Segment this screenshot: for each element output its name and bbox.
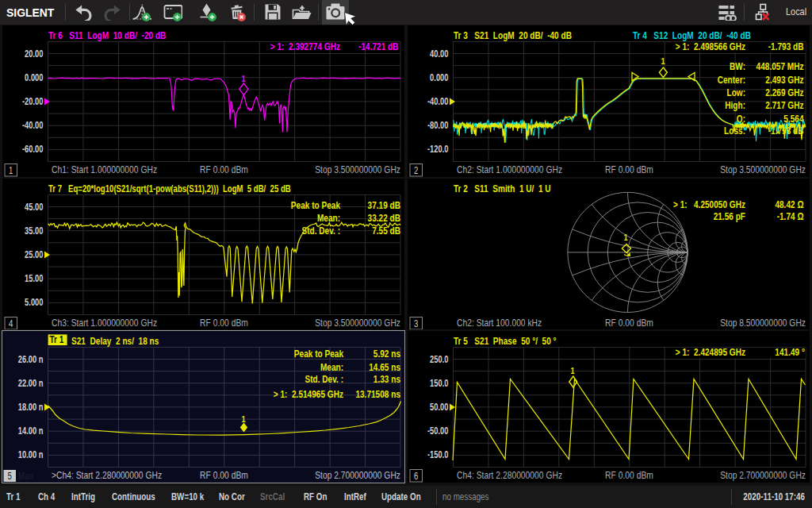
svg-text:BW:: BW: (730, 61, 745, 71)
svg-text:1.33 ns: 1.33 ns (373, 374, 400, 384)
svg-text:RF 0.00 dBm: RF 0.00 dBm (200, 165, 248, 175)
svg-text:IntRef: IntRef (344, 491, 366, 502)
svg-text:50.00: 50.00 (430, 402, 448, 412)
svg-text:-20.00: -20.00 (22, 96, 44, 106)
svg-text:SrcCal: SrcCal (260, 491, 285, 502)
svg-text:Tr 4 S12 LogM 20 dB/ -40: Tr 4 S12 LogM 20 dB/ -40 dB (633, 30, 751, 40)
svg-text:Local: Local (786, 6, 806, 17)
svg-text:250.0: 250.0 (430, 353, 448, 364)
svg-text:14.65 ns: 14.65 ns (369, 362, 400, 372)
svg-text:Tr 1: Tr 1 (6, 491, 21, 502)
svg-text:Tr 2 S11 Smith 1 U/ 1 U: Tr 2 S11 Smith 1 U/ 1 U (454, 183, 551, 194)
svg-text:35.00: 35.00 (25, 225, 43, 236)
svg-text:Peak to Peak: Peak to Peak (291, 200, 341, 210)
svg-text:150.0: 150.0 (430, 378, 448, 388)
svg-text:6: 6 (414, 471, 418, 481)
svg-text:Tr 6 S11 LogM 10 dB/ -20: Tr 6 S11 LogM 10 dB/ -20 dB (48, 30, 166, 40)
svg-text:> 1: 4.250050 GHz: > 1: 4.250050 GHz (673, 199, 745, 210)
svg-text:48.42 Ω: 48.42 Ω (775, 199, 803, 210)
svg-text:13.71508 ns: 13.71508 ns (355, 389, 400, 399)
svg-text:-50.00: -50.00 (427, 425, 449, 436)
svg-text:High:: High: (725, 101, 745, 111)
svg-text:Stop 8.500000000 GHz: Stop 8.500000000 GHz (720, 318, 806, 329)
svg-text:0.000: 0.000 (25, 72, 43, 83)
svg-text:40.00: 40.00 (430, 48, 448, 58)
svg-text:Peak to Peak: Peak to Peak (294, 349, 344, 360)
svg-text:-1.74 Ω: -1.74 Ω (777, 211, 804, 221)
svg-text:5: 5 (8, 471, 12, 481)
svg-text:Ch1: Start 1.000000000 GHz: Ch1: Start 1.000000000 GHz (52, 165, 157, 175)
svg-text:-40.00: -40.00 (427, 96, 449, 106)
svg-text:Center:: Center: (718, 75, 745, 85)
svg-text:37.19 dB: 37.19 dB (368, 200, 400, 210)
svg-text:4: 4 (9, 318, 13, 329)
svg-text:45.00: 45.00 (25, 201, 43, 211)
svg-text:25.00: 25.00 (25, 249, 43, 260)
svg-text:18.00 n: 18.00 n (18, 402, 44, 412)
svg-text:20.00: 20.00 (25, 48, 43, 58)
svg-text:Ch 4: Ch 4 (38, 491, 56, 502)
svg-text:>Ch4: Start 2.280000000 GHz: >Ch4: Start 2.280000000 GHz (52, 471, 162, 481)
svg-text:Tr 5 S21 Phase 50 °/ 50 °: Tr 5 S21 Phase 50 °/ 50 ° (454, 336, 557, 346)
svg-text:Ch3: Start 1.000000000 GHz: Ch3: Start 1.000000000 GHz (52, 318, 157, 329)
svg-text:BW=10 k: BW=10 k (171, 491, 205, 502)
svg-text:Mean:: Mean: (317, 213, 340, 223)
svg-text:S21 Delay 2 ns/ 18 ns: S21 Delay 2 ns/ 18 ns (71, 336, 159, 346)
svg-text:15.00: 15.00 (25, 273, 43, 283)
svg-text:141.49 °: 141.49 ° (775, 347, 805, 357)
svg-text:2020-11-10 17:46: 2020-11-10 17:46 (743, 491, 805, 502)
svg-text:IntTrig: IntTrig (71, 491, 95, 502)
svg-text:5.564: 5.564 (783, 114, 804, 124)
svg-text:448.057 MHz: 448.057 MHz (756, 61, 804, 71)
svg-text:RF 0.00 dBm: RF 0.00 dBm (200, 471, 248, 481)
svg-text:22.00 n: 22.00 n (18, 378, 44, 388)
svg-text:> 1: 2.498566 GHz: > 1: 2.498566 GHz (676, 41, 746, 52)
svg-text:Stop 3.500000000 GHz: Stop 3.500000000 GHz (315, 165, 400, 175)
svg-text:1: 1 (241, 414, 245, 424)
svg-text:21.56 pF: 21.56 pF (714, 211, 746, 221)
svg-text:RF 0.00 dBm: RF 0.00 dBm (605, 165, 653, 175)
svg-text:2: 2 (414, 165, 418, 175)
svg-text:RF On: RF On (304, 491, 327, 502)
svg-text:2.269 GHz: 2.269 GHz (765, 87, 804, 98)
svg-text:26.00 n: 26.00 n (18, 353, 44, 364)
svg-text:1: 1 (241, 74, 245, 83)
svg-text:7.55 dB: 7.55 dB (372, 225, 400, 236)
svg-text:Mean:: Mean: (320, 362, 343, 372)
svg-text:Ch4: Start 2.280000000 GHz: Ch4: Start 2.280000000 GHz (457, 471, 562, 481)
svg-text:RF 0.00 dBm: RF 0.00 dBm (605, 471, 653, 481)
svg-text:Stop 2.700000000 GHz: Stop 2.700000000 GHz (315, 471, 400, 481)
svg-text:SIGLENT: SIGLENT (6, 6, 55, 20)
svg-text:Stop 3.500000000 GHz: Stop 3.500000000 GHz (315, 318, 400, 329)
svg-text:5.000: 5.000 (25, 297, 43, 307)
svg-text:Continuous: Continuous (112, 491, 155, 502)
svg-text:Tr 7 Eq=20*log10(S21/sqrt(1-: Tr 7 Eq=20*log10(S21/sqrt(1-pow(abs(S11)… (48, 183, 291, 193)
svg-text:Ch2: Start 1.000000000 GHz: Ch2: Start 1.000000000 GHz (457, 165, 562, 175)
svg-text:Std. Dev. :: Std. Dev. : (301, 225, 340, 236)
svg-text:14.00 n: 14.00 n (18, 425, 44, 436)
svg-text:Tr 1: Tr 1 (50, 334, 64, 344)
svg-text:Stop 2.700000000 GHz: Stop 2.700000000 GHz (720, 471, 806, 481)
svg-text:Std. Dev. :: Std. Dev. : (304, 374, 343, 384)
svg-text:Ch2: Start 100.000 kHz: Ch2: Start 100.000 kHz (457, 318, 542, 329)
svg-text:3: 3 (414, 318, 418, 329)
svg-text:RF 0.00 dBm: RF 0.00 dBm (200, 318, 248, 329)
svg-text:> 1: 2.392774 GHz: > 1: 2.392774 GHz (270, 41, 341, 52)
svg-text:-14.721 dB: -14.721 dB (358, 41, 398, 52)
svg-text:2.717 GHz: 2.717 GHz (765, 101, 804, 111)
svg-text:1: 1 (661, 56, 665, 66)
svg-text:Tr 3 S21 LogM 20 dB/ -40: Tr 3 S21 LogM 20 dB/ -40 dB (454, 30, 572, 40)
svg-text:RF 0.00 dBm: RF 0.00 dBm (605, 318, 653, 329)
svg-text:no messages: no messages (442, 491, 489, 502)
svg-text:1: 1 (623, 233, 627, 242)
svg-text:-150.0: -150.0 (427, 449, 449, 460)
svg-text:Update On: Update On (381, 491, 421, 502)
svg-text:Low:: Low: (726, 87, 745, 98)
svg-text:-120.0: -120.0 (427, 144, 449, 154)
svg-text:-1.793 dB: -1.793 dB (768, 41, 804, 52)
svg-text:Max: Max (18, 471, 34, 481)
svg-text:0.000: 0.000 (430, 72, 448, 83)
svg-text:> 1: 2.424895 GHz: > 1: 2.424895 GHz (676, 347, 746, 357)
svg-text:> 1: 2.514965 GHz: > 1: 2.514965 GHz (274, 389, 344, 399)
svg-text:Stop 3.500000000 GHz: Stop 3.500000000 GHz (720, 165, 806, 175)
